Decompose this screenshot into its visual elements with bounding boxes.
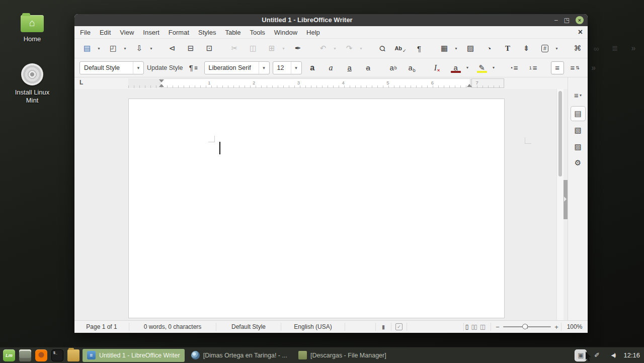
paragraph-style-combo[interactable]: Default Style ▾ bbox=[79, 61, 144, 74]
bullet-list-button[interactable]: ≡• bbox=[507, 61, 522, 74]
menu-window[interactable]: Window bbox=[270, 27, 302, 38]
bold-button[interactable]: a bbox=[305, 61, 320, 74]
save-button-dropdown[interactable]: ▾ bbox=[148, 42, 154, 55]
copy-button[interactable]: ◫ bbox=[246, 42, 261, 55]
zoom-out-button[interactable]: − bbox=[493, 323, 502, 331]
view-book-icon[interactable]: ◫ bbox=[480, 323, 485, 330]
align-left-button[interactable]: ≡ bbox=[551, 61, 564, 74]
horizontal-ruler[interactable]: 1234567 bbox=[128, 78, 505, 88]
new-document-button-dropdown[interactable]: ▾ bbox=[96, 42, 102, 55]
task-writer[interactable]: ≡Untitled 1 - LibreOffice Writer bbox=[83, 349, 185, 362]
strikethrough-button[interactable]: a bbox=[361, 61, 376, 74]
firefox-launcher[interactable] bbox=[35, 349, 47, 361]
insert-field-button-dropdown[interactable]: ▾ bbox=[553, 42, 560, 55]
toolbar-overflow-button[interactable]: » bbox=[626, 42, 641, 55]
vertical-scrollbar[interactable] bbox=[556, 89, 564, 320]
underline-button[interactable]: a bbox=[342, 61, 357, 74]
mint-menu-button[interactable]: Lm bbox=[3, 349, 15, 361]
sidebar-tab-settings[interactable]: ⚙ bbox=[571, 155, 586, 170]
italic-button[interactable]: a bbox=[324, 61, 339, 74]
restore-button[interactable]: ◳ bbox=[564, 17, 570, 23]
insert-field-button[interactable]: # bbox=[537, 42, 552, 55]
menu-format[interactable]: Format bbox=[164, 27, 194, 38]
sidebar-tab-gallery[interactable]: ▨ bbox=[571, 139, 586, 154]
new-document-button[interactable]: ▤ bbox=[79, 42, 95, 55]
print-preview-button[interactable]: ⊡ bbox=[202, 42, 217, 55]
tray-notification-icon[interactable]: ▣ bbox=[575, 350, 586, 361]
sidebar-tab-properties[interactable]: ▤ bbox=[571, 106, 586, 121]
terminal-launcher[interactable]: $_ bbox=[51, 349, 63, 361]
sidebar-tab-page[interactable]: ▧ bbox=[571, 123, 586, 138]
highlight-color-button[interactable]: ✎ bbox=[474, 61, 490, 74]
menu-styles[interactable]: Styles bbox=[194, 27, 220, 38]
tray-volume-icon[interactable]: ◀) bbox=[607, 350, 618, 361]
task-filemanager[interactable]: [Descargas - File Manager] bbox=[294, 349, 391, 362]
desktop-icon-install-linux-mint[interactable]: Install Linux Mint bbox=[11, 63, 53, 105]
redo-button[interactable]: ↷ bbox=[342, 42, 357, 55]
menu-insert[interactable]: Insert bbox=[138, 27, 164, 38]
insert-hyperlink-button[interactable]: ∞ bbox=[589, 42, 604, 55]
update-style-button[interactable]: Update Style bbox=[147, 64, 183, 71]
font-name-dropdown[interactable]: ▾ bbox=[259, 62, 269, 74]
subscript-button[interactable]: ab bbox=[405, 61, 420, 74]
status-page-style[interactable]: Default Style bbox=[216, 323, 281, 330]
menu-tools[interactable]: Tools bbox=[245, 27, 269, 38]
font-size-dropdown[interactable]: ▾ bbox=[291, 62, 301, 74]
formatting-marks-button[interactable]: ¶ bbox=[412, 42, 427, 55]
insert-pagebreak-button[interactable]: ⇟ bbox=[519, 42, 534, 55]
set-paragraph-style-button[interactable]: ¶≣ bbox=[186, 61, 201, 74]
document-page[interactable] bbox=[128, 99, 505, 318]
menu-file[interactable]: File bbox=[75, 27, 95, 38]
numbered-list-button[interactable]: ≡1 bbox=[526, 61, 541, 74]
font-name-combo[interactable]: Liberation Serif ▾ bbox=[204, 61, 270, 74]
view-multi-page-icon[interactable]: ▯▯ bbox=[471, 323, 476, 330]
clone-formatting-button[interactable]: ✒ bbox=[290, 42, 305, 55]
titlebar[interactable]: Untitled 1 - LibreOffice Writer – ◳ × bbox=[74, 14, 588, 26]
highlight-color-button-dropdown[interactable]: ▾ bbox=[491, 61, 497, 74]
indent-marker-right[interactable] bbox=[467, 79, 472, 87]
tab-stop-selector[interactable]: L bbox=[79, 79, 83, 86]
close-document-icon[interactable]: × bbox=[578, 28, 588, 36]
menu-view[interactable]: View bbox=[115, 27, 138, 38]
status-page-number[interactable]: Page 1 of 1 bbox=[74, 323, 129, 330]
menu-edit[interactable]: Edit bbox=[95, 27, 115, 38]
selection-mode-icon[interactable]: ▮ bbox=[376, 324, 391, 330]
paragraph-style-dropdown[interactable]: ▾ bbox=[133, 62, 143, 74]
zoom-slider[interactable] bbox=[503, 326, 551, 327]
close-button[interactable]: × bbox=[576, 16, 584, 24]
minimize-button[interactable]: – bbox=[554, 17, 558, 23]
clock[interactable]: 12:16 bbox=[623, 351, 640, 359]
insert-textbox-button[interactable]: T bbox=[500, 42, 515, 55]
find-replace-button[interactable]: Ϙ bbox=[374, 42, 389, 55]
redo-button-dropdown[interactable]: ▾ bbox=[358, 42, 364, 55]
line-spacing-button[interactable]: ≡⇅ bbox=[568, 61, 583, 74]
status-word-count[interactable]: 0 words, 0 characters bbox=[129, 323, 216, 330]
cut-button[interactable]: ✂ bbox=[227, 42, 242, 55]
paste-button-dropdown[interactable]: ▾ bbox=[280, 42, 287, 55]
undo-button[interactable]: ↶ bbox=[315, 42, 331, 55]
menu-help[interactable]: Help bbox=[302, 27, 325, 38]
clear-formatting-button[interactable]: I× bbox=[430, 61, 445, 74]
format-overflow-button[interactable]: » bbox=[586, 61, 601, 74]
show-desktop-button[interactable] bbox=[19, 349, 31, 361]
insert-footnote-button[interactable]: ≣ bbox=[607, 42, 622, 55]
menu-table[interactable]: Table bbox=[220, 27, 245, 38]
status-language[interactable]: English (USA) bbox=[281, 323, 345, 330]
zoom-in-button[interactable]: + bbox=[552, 323, 561, 331]
desktop-icon-home[interactable]: ⌂ Home bbox=[11, 15, 53, 43]
sidebar-menu-button[interactable]: ≡▾ bbox=[571, 87, 586, 103]
indent-marker-left[interactable] bbox=[159, 79, 164, 87]
export-pdf-button[interactable]: ⊲ bbox=[165, 42, 180, 55]
view-single-page-icon[interactable]: ▯ bbox=[465, 323, 468, 330]
paste-button[interactable]: ⊞ bbox=[264, 42, 279, 55]
save-button[interactable]: ⇩ bbox=[132, 42, 147, 55]
insert-chart-button[interactable]: ◔ bbox=[481, 42, 497, 55]
sidebar-collapse-handle[interactable] bbox=[564, 180, 568, 219]
zoom-slider-thumb[interactable] bbox=[522, 324, 528, 329]
spelling-button[interactable]: Ab✓ bbox=[393, 42, 408, 55]
task-browser[interactable]: [Dimas Ortega en Taringa! - ... bbox=[187, 349, 292, 362]
insert-image-button[interactable]: ▨ bbox=[463, 42, 478, 55]
undo-button-dropdown[interactable]: ▾ bbox=[332, 42, 338, 55]
open-button-dropdown[interactable]: ▾ bbox=[122, 42, 128, 55]
superscript-button[interactable]: ab bbox=[386, 61, 401, 74]
